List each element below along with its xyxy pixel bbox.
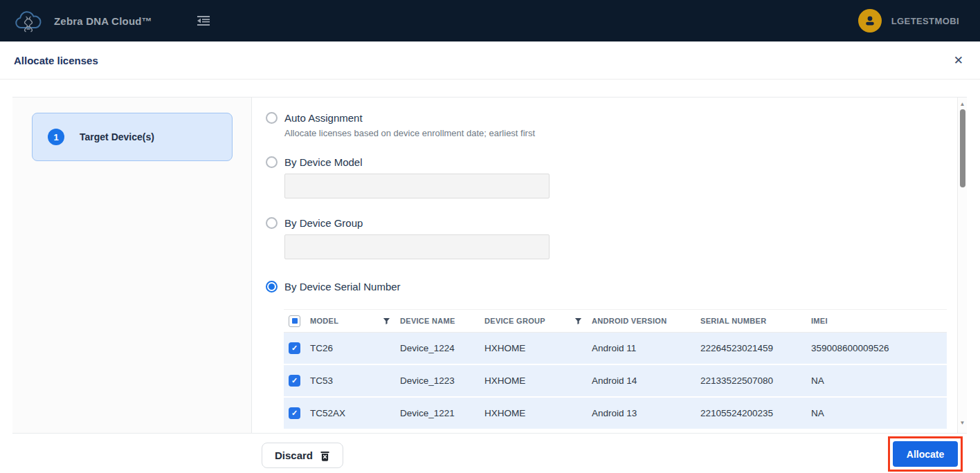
table-header-row: MODEL DEVICE NAME DEVICE GROUP ANDROID V…: [284, 310, 947, 333]
scroll-down-icon[interactable]: ▼: [958, 420, 967, 426]
row-checkbox[interactable]: [289, 342, 300, 354]
cell-serial-number: 22105524200235: [700, 408, 811, 418]
column-header-device-name[interactable]: DEVICE NAME: [400, 317, 484, 325]
menu-collapse-icon[interactable]: [195, 14, 212, 28]
step-target-devices[interactable]: 1 Target Device(s): [32, 113, 233, 161]
column-header-device-group[interactable]: DEVICE GROUP: [484, 317, 592, 325]
option-label[interactable]: By Device Model: [284, 156, 363, 168]
discard-button[interactable]: Discard: [262, 443, 343, 468]
table-row[interactable]: TC26 Device_1224 HXHOME Android 11 22264…: [284, 333, 947, 365]
app-window: Zebra DNA Cloud™ LGETESTMOBI Allocate li…: [0, 0, 980, 473]
cell-device-name: Device_1224: [400, 343, 484, 353]
cell-serial-number: 22133522507080: [700, 375, 811, 386]
column-header-serial-number[interactable]: SERIAL NUMBER: [700, 317, 811, 325]
option-by-device-group[interactable]: By Device Group: [266, 215, 957, 230]
radio-by-device-serial-number[interactable]: [266, 281, 278, 293]
row-checkbox[interactable]: [289, 375, 300, 387]
cell-device-group: HXHOME: [484, 375, 592, 386]
cell-imei: NA: [811, 408, 947, 418]
cell-device-group: HXHOME: [484, 343, 592, 353]
radio-by-device-model[interactable]: [266, 156, 278, 168]
stepper-pane: 1 Target Device(s): [12, 98, 252, 433]
device-group-input[interactable]: [284, 234, 550, 259]
option-by-device-model[interactable]: By Device Model: [266, 154, 957, 169]
option-auto-assignment[interactable]: Auto Assignment: [266, 110, 957, 125]
step-label: Target Device(s): [80, 131, 154, 142]
scrollbar-thumb[interactable]: [960, 109, 965, 187]
cell-device-name: Device_1223: [400, 375, 484, 386]
option-label[interactable]: By Device Group: [284, 217, 363, 229]
device-table: MODEL DEVICE NAME DEVICE GROUP ANDROID V…: [284, 309, 947, 430]
table-row[interactable]: TC53 Device_1223 HXHOME Android 14 22133…: [284, 365, 947, 398]
table-row[interactable]: TC52AX Device_1221 HXHOME Android 13 221…: [284, 398, 947, 430]
step-number-badge: 1: [48, 129, 64, 145]
trash-icon: [320, 450, 330, 461]
cell-model: TC52AX: [310, 408, 400, 418]
cell-model: TC26: [310, 343, 400, 353]
cell-device-name: Device_1221: [400, 408, 484, 418]
filter-icon[interactable]: [574, 317, 582, 325]
modal-body: 1 Target Device(s) Auto Assignment Alloc…: [12, 97, 967, 434]
cell-android-version: Android 14: [592, 375, 700, 386]
device-model-input[interactable]: [284, 174, 550, 198]
app-title: Zebra DNA Cloud™: [54, 15, 152, 27]
option-description: Allocate licenses based on device enroll…: [284, 128, 957, 140]
modal-title: Allocate licenses: [14, 55, 98, 66]
top-navbar: Zebra DNA Cloud™ LGETESTMOBI: [0, 0, 980, 41]
option-label[interactable]: By Device Serial Number: [284, 281, 401, 293]
close-icon[interactable]: ✕: [954, 55, 963, 66]
allocate-highlight-annotation: Allocate: [888, 436, 963, 472]
cell-serial-number: 22264523021459: [700, 343, 811, 353]
column-header-android-version[interactable]: ANDROID VERSION: [592, 317, 700, 325]
radio-by-device-group[interactable]: [266, 217, 278, 229]
option-label[interactable]: Auto Assignment: [284, 112, 363, 124]
allocate-button[interactable]: Allocate: [893, 441, 958, 467]
cell-imei: 359008600009526: [811, 343, 947, 353]
scrollbar[interactable]: ▲ ▼: [957, 98, 967, 433]
username-label: LGETESTMOBI: [891, 16, 959, 26]
radio-auto-assignment[interactable]: [266, 112, 278, 124]
filter-icon[interactable]: [383, 317, 390, 325]
scroll-up-icon[interactable]: ▲: [958, 101, 967, 107]
column-header-model[interactable]: MODEL: [310, 317, 400, 325]
modal-titlebar: Allocate licenses ✕: [0, 41, 980, 80]
option-by-device-serial-number[interactable]: By Device Serial Number: [266, 279, 957, 294]
row-checkbox[interactable]: [289, 407, 300, 419]
zebra-dna-cloud-logo-icon: [11, 6, 46, 36]
cell-model: TC53: [310, 375, 400, 386]
cell-imei: NA: [811, 375, 947, 386]
user-avatar[interactable]: [858, 9, 882, 33]
options-pane: Auto Assignment Allocate licenses based …: [252, 98, 957, 433]
discard-label: Discard: [275, 449, 313, 461]
cell-device-group: HXHOME: [484, 408, 592, 418]
cell-android-version: Android 11: [592, 343, 700, 353]
cell-android-version: Android 13: [592, 408, 700, 418]
select-all-checkbox[interactable]: [289, 315, 300, 327]
column-header-imei[interactable]: IMEI: [811, 317, 947, 325]
